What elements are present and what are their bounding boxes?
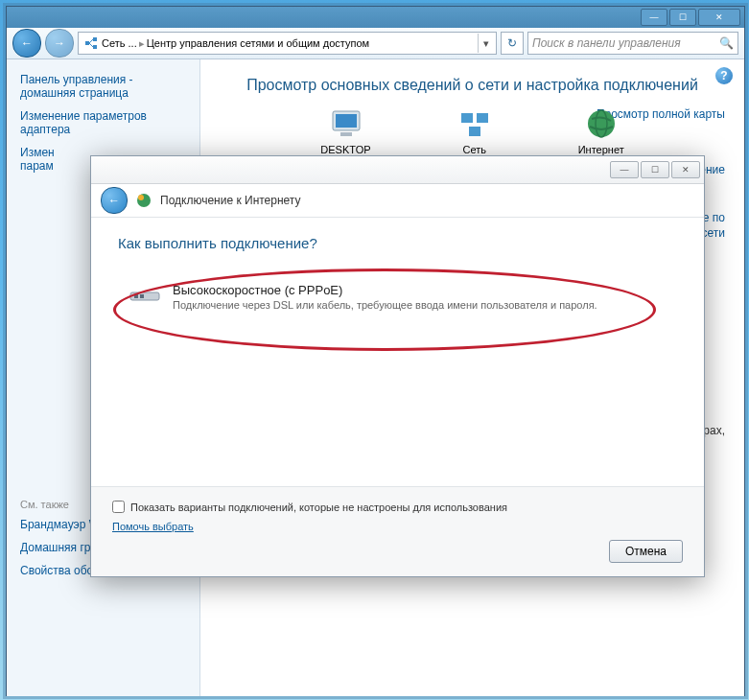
modem-icon <box>129 285 163 304</box>
dialog-question: Как выполнить подключение? <box>118 235 677 251</box>
search-input[interactable]: Поиск в панели управления 🔍 <box>527 32 738 55</box>
option-title: Высокоскоростное (с PPPoE) <box>173 283 663 297</box>
map-network: Сеть <box>456 107 494 155</box>
nav-back-button[interactable]: ← <box>12 29 41 58</box>
dialog-maximize-button[interactable]: ☐ <box>641 161 669 178</box>
svg-rect-5 <box>340 132 352 136</box>
svg-point-12 <box>138 195 144 200</box>
map-internet: Интернет <box>578 107 624 155</box>
breadcrumb-item[interactable]: Сеть ... <box>102 37 137 49</box>
checkbox-label: Показать варианты подключений, которые н… <box>130 502 507 513</box>
dialog-back-button[interactable]: ← <box>101 187 128 214</box>
dialog-body: Как выполнить подключение? Высокоскорост… <box>91 218 704 338</box>
show-all-checkbox-row[interactable]: Показать варианты подключений, которые н… <box>112 501 683 513</box>
dialog-header: ← Подключение к Интернету <box>91 184 704 218</box>
connection-wizard-dialog: — ☐ ✕ ← Подключение к Интернету Как выпо… <box>90 155 705 577</box>
network-icon <box>83 35 99 51</box>
close-button[interactable]: ✕ <box>698 9 740 26</box>
dialog-title: Подключение к Интернету <box>160 194 301 207</box>
search-placeholder: Поиск в панели управления <box>532 36 681 50</box>
nav-toolbar: ← → Сеть ... ▸ Центр управления сетями и… <box>7 28 744 59</box>
maximize-button[interactable]: ☐ <box>669 9 696 26</box>
page-title: Просмотр основных сведений о сети и наст… <box>220 77 725 94</box>
address-bar[interactable]: Сеть ... ▸ Центр управления сетями и общ… <box>78 32 497 55</box>
show-all-checkbox[interactable] <box>112 501 125 513</box>
minimize-button[interactable]: — <box>641 9 667 26</box>
svg-rect-6 <box>461 113 473 123</box>
network-map: DESKTOP Сеть Интернет <box>220 107 725 155</box>
breadcrumb-item[interactable]: Центр управления сетями и общим доступом <box>147 37 369 49</box>
help-choose-link[interactable]: Помочь выбрать <box>112 521 683 532</box>
globe-icon <box>582 107 620 140</box>
svg-rect-7 <box>477 113 488 123</box>
map-network-label: Сеть <box>456 144 494 155</box>
svg-rect-1 <box>93 37 97 41</box>
help-icon[interactable]: ? <box>715 67 733 84</box>
dialog-titlebar: — ☐ ✕ <box>91 156 704 184</box>
svg-point-9 <box>588 110 615 137</box>
search-icon: 🔍 <box>719 36 734 50</box>
refresh-button[interactable]: ↻ <box>501 32 524 55</box>
dialog-minimize-button[interactable]: — <box>610 161 639 178</box>
cancel-button[interactable]: Отмена <box>609 540 683 563</box>
svg-rect-2 <box>93 45 97 49</box>
computer-icon <box>327 107 365 140</box>
svg-rect-15 <box>140 294 144 298</box>
partial-text: сети <box>702 226 725 240</box>
network-node-icon <box>456 107 494 140</box>
map-computer-label: DESKTOP <box>320 144 370 155</box>
internet-icon <box>135 192 152 209</box>
svg-rect-4 <box>336 114 357 128</box>
svg-rect-14 <box>134 294 138 298</box>
sidebar-link-home[interactable]: Панель управления - домашняя страница <box>20 73 186 100</box>
svg-rect-0 <box>85 41 89 45</box>
outer-titlebar: — ☐ ✕ <box>7 7 744 28</box>
option-description: Подключение через DSL или кабель, требую… <box>173 299 663 311</box>
nav-forward-button[interactable]: → <box>45 29 74 58</box>
map-internet-label: Интернет <box>578 144 624 155</box>
sidebar-link-adapter[interactable]: Изменение параметров адаптера <box>20 109 186 136</box>
breadcrumb-separator: ▸ <box>139 37 145 50</box>
dialog-footer: Показать варианты подключений, которые н… <box>91 486 704 576</box>
dialog-close-button[interactable]: ✕ <box>671 161 700 178</box>
map-computer: DESKTOP <box>320 107 370 155</box>
svg-rect-8 <box>469 127 480 136</box>
address-dropdown[interactable]: ▾ <box>478 34 494 53</box>
option-pppoe[interactable]: Высокоскоростное (с PPPoE) Подключение ч… <box>118 272 677 321</box>
